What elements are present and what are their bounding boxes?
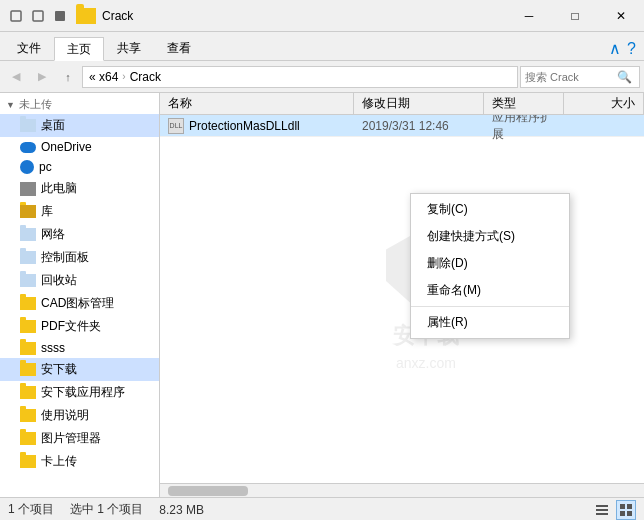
thispc-icon — [20, 182, 36, 196]
view-large-icons-button[interactable] — [616, 500, 636, 520]
expand-arrow-upload[interactable]: ▼ — [6, 100, 15, 110]
dll-file-icon: DLL — [168, 118, 184, 134]
svg-rect-6 — [620, 504, 625, 509]
help-icon[interactable]: ? — [627, 40, 636, 58]
addr-part-x64: « x64 — [89, 70, 118, 84]
sidebar-item-thispc[interactable]: 此电脑 — [0, 177, 159, 200]
horizontal-scrollbar[interactable] — [160, 483, 644, 497]
svg-rect-3 — [596, 505, 608, 507]
svg-rect-7 — [627, 504, 632, 509]
watermark-text2: anxz.com — [396, 355, 456, 371]
cad-folder-icon — [20, 297, 36, 310]
svg-rect-4 — [596, 509, 608, 511]
library-icon — [20, 205, 36, 218]
file-list-header: 名称 修改日期 类型 大小 — [160, 93, 644, 115]
tab-share[interactable]: 共享 — [104, 36, 154, 60]
tab-home[interactable]: 主页 — [54, 37, 104, 61]
ctx-copy[interactable]: 复制(C) — [411, 196, 569, 223]
sidebar: ▼ 未上传 桌面 OneDrive pc 此电脑 库 网络 控制面 — [0, 93, 160, 497]
ctx-delete[interactable]: 删除(D) — [411, 250, 569, 277]
status-bar: 1 个项目 选中 1 个项目 8.23 MB — [0, 497, 644, 520]
svg-rect-1 — [33, 11, 43, 21]
status-right — [592, 500, 636, 520]
address-bar-row: ◀ ▶ ↑ « x64 › Crack 🔍 — [0, 61, 644, 93]
col-header-size[interactable]: 大小 — [564, 93, 644, 114]
addr-part-crack: Crack — [130, 70, 161, 84]
controlpanel-icon — [20, 251, 36, 264]
title-bar: Crack ─ □ ✕ — [0, 0, 644, 32]
sidebar-item-controlpanel[interactable]: 控制面板 — [0, 246, 159, 269]
ctx-rename[interactable]: 重命名(M) — [411, 277, 569, 304]
ssss-folder-icon — [20, 342, 36, 355]
sidebar-item-anzaixiaapp[interactable]: 安下载应用程序 — [0, 381, 159, 404]
svg-rect-8 — [620, 511, 625, 516]
sidebar-item-onedrive[interactable]: OneDrive — [0, 137, 159, 157]
pdf-folder-icon — [20, 320, 36, 333]
recycle-icon — [20, 274, 36, 287]
nav-forward-button[interactable]: ▶ — [30, 65, 54, 89]
desktop-folder-icon — [20, 119, 36, 132]
minimize-button[interactable]: ─ — [506, 0, 552, 32]
folder-icon — [76, 8, 96, 24]
tab-view[interactable]: 查看 — [154, 36, 204, 60]
sidebar-item-desktop[interactable]: 桌面 — [0, 114, 159, 137]
sidebar-item-pdf[interactable]: PDF文件夹 — [0, 315, 159, 338]
search-input[interactable] — [525, 71, 615, 83]
svg-rect-2 — [55, 11, 65, 21]
file-date-cell: 2019/3/31 12:46 — [354, 119, 484, 133]
nav-back-button[interactable]: ◀ — [4, 65, 28, 89]
photos-folder-icon — [20, 432, 36, 445]
title-controls: ─ □ ✕ — [506, 0, 644, 32]
svg-rect-0 — [11, 11, 21, 21]
main-area: ▼ 未上传 桌面 OneDrive pc 此电脑 库 网络 控制面 — [0, 93, 644, 497]
sidebar-item-cad[interactable]: CAD图标管理 — [0, 292, 159, 315]
search-icon[interactable]: 🔍 — [617, 70, 632, 84]
sidebar-item-photos[interactable]: 图片管理器 — [0, 427, 159, 450]
anzaixia-folder-icon — [20, 363, 36, 376]
sidebar-item-anzaixia[interactable]: 安下载 — [0, 358, 159, 381]
col-header-name[interactable]: 名称 — [160, 93, 354, 114]
manual-folder-icon — [20, 409, 36, 422]
file-type-cell: 应用程序扩展 — [484, 115, 564, 143]
title-forward-icon[interactable] — [30, 8, 46, 24]
svg-rect-9 — [627, 511, 632, 516]
ctx-create-shortcut[interactable]: 创建快捷方式(S) — [411, 223, 569, 250]
sidebar-item-library[interactable]: 库 — [0, 200, 159, 223]
search-box[interactable]: 🔍 — [520, 66, 640, 88]
card-folder-icon — [20, 455, 36, 468]
maximize-button[interactable]: □ — [552, 0, 598, 32]
address-box[interactable]: « x64 › Crack — [82, 66, 518, 88]
col-header-type[interactable]: 类型 — [484, 93, 564, 114]
table-row[interactable]: DLL ProtectionMasDLLdll 2019/3/31 12:46 … — [160, 115, 644, 137]
svg-rect-5 — [596, 513, 608, 515]
expand-ribbon-icon[interactable]: ∧ — [609, 39, 621, 58]
close-button[interactable]: ✕ — [598, 0, 644, 32]
sidebar-item-ssss[interactable]: ssss — [0, 338, 159, 358]
status-selected-info: 选中 1 个项目 — [70, 501, 143, 518]
nav-up-button[interactable]: ↑ — [56, 65, 80, 89]
sidebar-item-manual[interactable]: 使用说明 — [0, 404, 159, 427]
status-item-count: 1 个项目 — [8, 501, 54, 518]
tab-file[interactable]: 文件 — [4, 36, 54, 60]
sidebar-section-upload: ▼ 未上传 — [0, 93, 159, 114]
sidebar-item-recycle[interactable]: 回收站 — [0, 269, 159, 292]
pc-person-icon — [20, 160, 34, 174]
sidebar-item-pc[interactable]: pc — [0, 157, 159, 177]
title-back-icon[interactable] — [8, 8, 24, 24]
sidebar-item-card[interactable]: 卡上传 — [0, 450, 159, 473]
ctx-separator — [411, 306, 569, 307]
ribbon: 文件 主页 共享 查看 ∧ ? — [0, 32, 644, 61]
network-icon — [20, 228, 36, 241]
title-save-icon[interactable] — [52, 8, 68, 24]
ctx-properties[interactable]: 属性(R) — [411, 309, 569, 336]
anzaixiaapp-folder-icon — [20, 386, 36, 399]
onedrive-icon — [20, 142, 36, 153]
file-list: DLL ProtectionMasDLLdll 2019/3/31 12:46 … — [160, 115, 644, 483]
sidebar-item-network[interactable]: 网络 — [0, 223, 159, 246]
view-details-button[interactable] — [592, 500, 612, 520]
hscrollbar-thumb[interactable] — [168, 486, 248, 496]
status-size: 8.23 MB — [159, 503, 204, 517]
col-header-date[interactable]: 修改日期 — [354, 93, 484, 114]
file-name-cell: DLL ProtectionMasDLLdll — [160, 118, 354, 134]
context-menu: 复制(C) 创建快捷方式(S) 删除(D) 重命名(M) 属性(R) — [410, 193, 570, 339]
